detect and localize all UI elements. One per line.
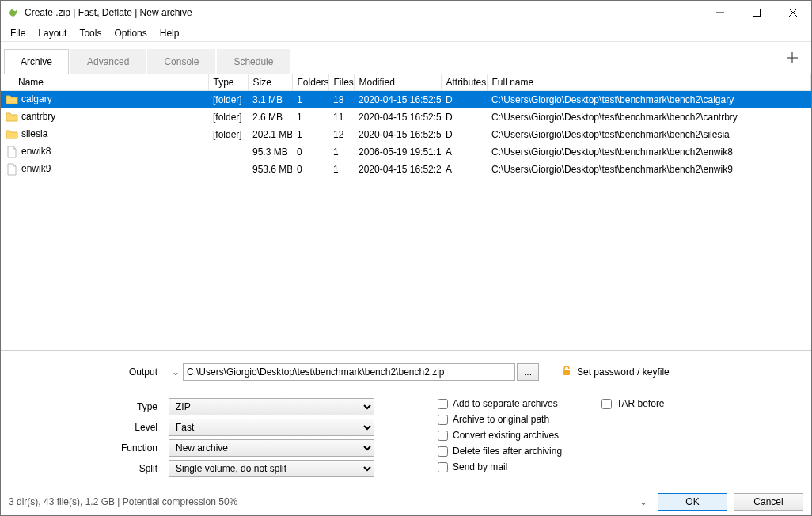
cell-modified: 2020-04-15 16:52:58 bbox=[354, 108, 441, 126]
file-area-blank[interactable] bbox=[1, 178, 811, 350]
cell-type: [folder] bbox=[208, 126, 248, 143]
cell-name: enwik9 bbox=[21, 163, 51, 174]
table-row[interactable]: silesia[folder]202.1 MB1122020-04-15 16:… bbox=[1, 126, 811, 143]
chk-delete[interactable]: Delete files after archiving bbox=[438, 446, 562, 457]
svg-rect-6 bbox=[563, 370, 570, 375]
cell-size: 202.1 MB bbox=[248, 126, 292, 143]
table-row[interactable]: enwik9953.6 MB012020-04-15 16:52:22AC:\U… bbox=[1, 161, 811, 178]
col-modified[interactable]: Modified bbox=[354, 74, 441, 91]
function-select[interactable]: New archive bbox=[169, 439, 374, 457]
cell-type bbox=[208, 143, 248, 161]
tab-strip: Archive Advanced Console Schedule bbox=[1, 42, 811, 74]
cell-full: C:\Users\Giorgio\Desktop\test\benchmark\… bbox=[487, 108, 811, 126]
level-select[interactable]: Fast bbox=[169, 419, 374, 436]
cell-name: silesia bbox=[21, 128, 47, 139]
cell-folders: 1 bbox=[292, 91, 328, 109]
menu-options[interactable]: Options bbox=[108, 26, 153, 40]
table-row[interactable]: enwik895.3 MB012006-05-19 19:51:12AC:\Us… bbox=[1, 143, 811, 161]
options-panel: Output ⌄ ... Set password / keyfile Type… bbox=[1, 350, 811, 488]
cell-name: enwik8 bbox=[21, 146, 51, 157]
cell-attr: A bbox=[441, 143, 487, 161]
folder-icon bbox=[6, 128, 18, 141]
cell-type bbox=[208, 161, 248, 178]
svg-rect-1 bbox=[753, 9, 761, 17]
folder-icon bbox=[6, 93, 18, 106]
output-input[interactable] bbox=[183, 363, 515, 381]
col-type[interactable]: Type bbox=[208, 74, 248, 91]
minimize-button[interactable] bbox=[702, 1, 738, 25]
cell-modified: 2020-04-15 16:52:58 bbox=[354, 91, 441, 109]
cell-name: calgary bbox=[21, 93, 52, 104]
file-icon bbox=[6, 163, 18, 176]
cell-attr: A bbox=[441, 161, 487, 178]
output-label: Output bbox=[10, 366, 169, 378]
lock-icon bbox=[561, 366, 572, 379]
app-icon bbox=[7, 6, 20, 19]
chk-convert[interactable]: Convert existing archives bbox=[438, 430, 562, 441]
cell-files: 1 bbox=[328, 161, 354, 178]
maximize-button[interactable] bbox=[738, 1, 775, 25]
chk-mail[interactable]: Send by mail bbox=[438, 461, 562, 472]
cell-name: cantrbry bbox=[21, 111, 55, 122]
level-label: Level bbox=[10, 422, 169, 433]
menu-file[interactable]: File bbox=[4, 26, 32, 40]
add-button[interactable] bbox=[776, 42, 808, 74]
titlebar: Create .zip | Fast, Deflate | New archiv… bbox=[1, 1, 811, 25]
col-files[interactable]: Files bbox=[328, 74, 354, 91]
table-row[interactable]: cantrbry[folder]2.6 MB1112020-04-15 16:5… bbox=[1, 108, 811, 126]
cell-files: 18 bbox=[328, 91, 354, 109]
cell-modified: 2020-04-15 16:52:22 bbox=[354, 161, 441, 178]
cell-files: 1 bbox=[328, 143, 354, 161]
cell-attr: D bbox=[441, 108, 487, 126]
set-password-label: Set password / keyfile bbox=[577, 366, 670, 378]
type-select[interactable]: ZIP bbox=[169, 398, 374, 415]
menu-tools[interactable]: Tools bbox=[73, 26, 108, 40]
cell-size: 3.1 MB bbox=[248, 91, 292, 109]
status-text: 3 dir(s), 43 file(s), 1.2 GB | Potential… bbox=[9, 496, 629, 507]
menu-help[interactable]: Help bbox=[154, 26, 186, 40]
cell-full: C:\Users\Giorgio\Desktop\test\benchmark\… bbox=[487, 143, 811, 161]
cell-files: 11 bbox=[328, 108, 354, 126]
browse-button[interactable]: ... bbox=[517, 363, 539, 381]
col-attributes[interactable]: Attributes bbox=[441, 74, 487, 91]
cell-folders: 0 bbox=[292, 143, 328, 161]
table-header-row: Name Type Size Folders Files Modified At… bbox=[1, 74, 811, 91]
footer-chevron-icon[interactable]: ⌄ bbox=[636, 496, 651, 507]
cell-type: [folder] bbox=[208, 91, 248, 109]
folder-icon bbox=[6, 111, 18, 123]
col-size[interactable]: Size bbox=[248, 74, 292, 91]
split-select[interactable]: Single volume, do not split bbox=[169, 460, 374, 477]
cell-size: 95.3 MB bbox=[248, 143, 292, 161]
set-password-link[interactable]: Set password / keyfile bbox=[561, 366, 670, 379]
function-label: Function bbox=[10, 442, 169, 453]
cell-size: 2.6 MB bbox=[248, 108, 292, 126]
cancel-button[interactable]: Cancel bbox=[734, 493, 803, 511]
cell-folders: 1 bbox=[292, 108, 328, 126]
ok-button[interactable]: OK bbox=[658, 493, 727, 511]
col-name[interactable]: Name bbox=[1, 74, 208, 91]
cell-modified: 2006-05-19 19:51:12 bbox=[354, 143, 441, 161]
cell-folders: 1 bbox=[292, 126, 328, 143]
cell-type: [folder] bbox=[208, 108, 248, 126]
output-chevron-icon[interactable]: ⌄ bbox=[169, 366, 183, 378]
cell-files: 12 bbox=[328, 126, 354, 143]
cell-attr: D bbox=[441, 91, 487, 109]
cell-modified: 2020-04-15 16:52:58 bbox=[354, 126, 441, 143]
tab-archive[interactable]: Archive bbox=[4, 49, 69, 74]
split-label: Split bbox=[10, 463, 169, 474]
tab-console[interactable]: Console bbox=[147, 49, 215, 74]
menu-layout[interactable]: Layout bbox=[32, 26, 73, 40]
col-folders[interactable]: Folders bbox=[292, 74, 328, 91]
cell-full: C:\Users\Giorgio\Desktop\test\benchmark\… bbox=[487, 91, 811, 109]
tab-advanced[interactable]: Advanced bbox=[70, 49, 146, 74]
col-fullname[interactable]: Full name bbox=[487, 74, 811, 91]
chk-original[interactable]: Archive to original path bbox=[438, 414, 562, 425]
file-icon bbox=[6, 146, 18, 158]
cell-attr: D bbox=[441, 126, 487, 143]
tab-schedule[interactable]: Schedule bbox=[217, 49, 290, 74]
close-button[interactable] bbox=[775, 1, 811, 25]
menubar: File Layout Tools Options Help bbox=[1, 25, 811, 42]
chk-tar[interactable]: TAR before bbox=[601, 398, 664, 409]
chk-separate[interactable]: Add to separate archives bbox=[438, 398, 562, 409]
table-row[interactable]: calgary[folder]3.1 MB1182020-04-15 16:52… bbox=[1, 91, 811, 109]
